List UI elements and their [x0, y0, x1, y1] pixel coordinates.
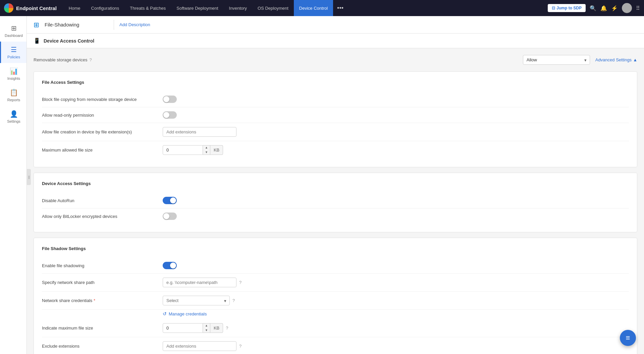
search-icon[interactable]: 🔍 — [590, 5, 596, 11]
nav-more-button[interactable]: ••• — [333, 5, 347, 12]
block-file-copying-label: Block file copying from removable storag… — [42, 97, 156, 102]
network-share-path-label: Specify network share path — [42, 280, 156, 285]
sidebar-item-dashboard[interactable]: ⊞ Dashboard — [0, 20, 26, 42]
removable-storage-controls: Allow Block Read Only Advanced Settings … — [523, 55, 637, 65]
max-file-size-input[interactable] — [163, 145, 203, 155]
network-share-path-row: Specify network share path ? — [42, 274, 629, 292]
max-file-size-row: Maximum allowed file size ▲ ▼ KB — [42, 141, 629, 159]
exclude-extensions-help-icon[interactable]: ? — [239, 344, 241, 349]
max-file-size-increment[interactable]: ▲ — [203, 145, 210, 150]
allow-read-only-control — [163, 111, 177, 119]
chevron-up-icon: ▲ — [633, 57, 637, 62]
nav-configurations[interactable]: Configurations — [86, 0, 125, 16]
exclude-extensions-label: Exclude extensions — [42, 344, 156, 349]
allow-bitlocker-control — [163, 213, 177, 220]
content-body: Removable storage devices ? Allow Block … — [27, 48, 644, 354]
max-file-size-unit: KB — [210, 145, 223, 155]
bell-icon[interactable]: 🔔 — [600, 5, 607, 11]
network-share-credentials-label: Network share credentials * — [42, 298, 156, 303]
advanced-settings-link[interactable]: Advanced Settings ▲ — [595, 57, 637, 62]
device-access-settings-panel: Device Access Settings Disable AutoRun A… — [34, 173, 637, 232]
max-file-size-control: ▲ ▼ KB — [163, 145, 223, 155]
disable-autorun-label: Disable AutoRun — [42, 198, 156, 203]
nav-os[interactable]: OS Deployment — [252, 0, 294, 16]
device-access-settings-title: Device Access Settings — [42, 181, 629, 186]
allow-read-only-label: Allow read-only permission — [42, 113, 156, 118]
sidebar-collapse-handle[interactable]: ‖ — [27, 169, 31, 185]
nav-threats[interactable]: Threats & Patches — [124, 0, 171, 16]
settings-icon: 👤 — [10, 110, 18, 118]
section-title: Device Access Control — [44, 38, 94, 44]
network-share-path-help-icon[interactable]: ? — [239, 280, 241, 285]
network-share-credentials-row: Network share credentials * Select ? — [42, 292, 629, 310]
windows-icon: ⊞ — [34, 21, 39, 29]
removable-storage-help-icon[interactable]: ? — [89, 57, 92, 62]
exclude-extensions-input[interactable] — [163, 341, 236, 351]
allow-bitlocker-label: Allow only BitLocker encrypted devices — [42, 214, 156, 219]
allow-bitlocker-toggle[interactable] — [163, 213, 177, 220]
nav-device-control[interactable]: Device Control — [294, 0, 333, 16]
insights-icon: 📊 — [10, 67, 18, 75]
indicate-max-file-size-increment[interactable]: ▲ — [203, 323, 210, 328]
allow-file-creation-label: Allow file creation in device by file ex… — [42, 129, 156, 134]
policies-icon: ☰ — [11, 46, 17, 54]
manage-credentials-link[interactable]: ↺ Manage credentials — [163, 311, 629, 316]
nav-software[interactable]: Software Deployment — [171, 0, 223, 16]
lightning-icon[interactable]: ⚡ — [611, 5, 618, 11]
add-description-link[interactable]: Add Description — [119, 22, 150, 27]
page-title-input[interactable] — [45, 22, 108, 27]
max-file-size-label: Maximum allowed file size — [42, 148, 156, 153]
removable-storage-select[interactable]: Allow Block Read Only — [523, 55, 590, 65]
logo-icon — [4, 3, 13, 13]
disable-autorun-row: Disable AutoRun — [42, 193, 629, 209]
required-asterisk: * — [94, 298, 95, 303]
indicate-max-file-size-label: Indicate maximum file size — [42, 326, 156, 331]
indicate-max-file-size-wrapper: ▲ ▼ KB — [163, 323, 223, 333]
credentials-help-icon[interactable]: ? — [232, 298, 235, 303]
page-header: ⊞ Add Description — [27, 16, 644, 34]
dashboard-icon: ⊞ — [11, 24, 17, 32]
exclude-extensions-row: Exclude extensions ? — [42, 337, 629, 354]
indicate-max-file-size-help-icon[interactable]: ? — [226, 326, 228, 331]
removable-storage-label: Removable storage devices ? — [34, 57, 92, 62]
sidebar-item-reports[interactable]: 📋 Reports — [0, 84, 26, 106]
removable-storage-row: Removable storage devices ? Allow Block … — [34, 55, 637, 65]
indicate-max-file-size-input[interactable] — [163, 323, 203, 333]
disable-autorun-toggle[interactable] — [163, 197, 177, 204]
jump-sdp-button[interactable]: ⊡ Jump to SDP — [548, 4, 586, 12]
enable-file-shadowing-label: Enable file shadowing — [42, 263, 156, 268]
chat-fab[interactable]: ≡ — [620, 330, 636, 346]
allow-file-creation-control — [163, 127, 236, 137]
file-shadow-settings-panel: File Shadow Settings Enable file shadowi… — [34, 238, 637, 354]
indicate-max-file-size-row: Indicate maximum file size ▲ ▼ KB ? — [42, 319, 629, 337]
top-navigation: Endpoint Central Home Configurations Thr… — [0, 0, 644, 16]
network-share-path-input[interactable] — [163, 278, 236, 287]
indicate-max-file-size-spinners: ▲ ▼ — [203, 323, 210, 333]
credentials-select[interactable]: Select — [163, 296, 230, 305]
enable-file-shadowing-toggle[interactable] — [163, 262, 177, 269]
sidebar-item-settings[interactable]: 👤 Settings — [0, 106, 26, 127]
file-extension-input[interactable] — [163, 127, 236, 137]
network-share-path-control: ? — [163, 278, 241, 287]
block-file-copying-row: Block file copying from removable storag… — [42, 92, 629, 107]
indicate-max-file-size-decrement[interactable]: ▼ — [203, 328, 210, 333]
grid-icon[interactable]: ⠿ — [636, 5, 640, 11]
app-name: Endpoint Central — [16, 5, 57, 11]
allow-read-only-toggle[interactable] — [163, 111, 177, 119]
jump-sdp-icon: ⊡ — [552, 6, 555, 10]
max-file-size-decrement[interactable]: ▼ — [203, 150, 210, 155]
network-share-credentials-control: Select ? — [163, 296, 235, 305]
nav-right-actions: ⊡ Jump to SDP 🔍 🔔 ⚡ ⠿ — [548, 3, 640, 13]
file-shadow-settings-title: File Shadow Settings — [42, 246, 629, 251]
reports-icon: 📋 — [10, 88, 18, 97]
sidebar-item-insights[interactable]: 📊 Insights — [0, 63, 26, 84]
sidebar-item-policies[interactable]: ☰ Policies — [0, 42, 26, 63]
main-content: ⊞ Add Description 📱 Device Access Contro… — [27, 16, 644, 354]
removable-storage-select-wrapper: Allow Block Read Only — [523, 55, 590, 65]
user-avatar[interactable] — [622, 3, 632, 13]
block-file-copying-toggle[interactable] — [163, 96, 177, 103]
nav-inventory[interactable]: Inventory — [224, 0, 252, 16]
nav-items: Home Configurations Threats & Patches So… — [63, 0, 548, 16]
app-logo[interactable]: Endpoint Central — [4, 3, 57, 13]
nav-home[interactable]: Home — [63, 0, 86, 16]
